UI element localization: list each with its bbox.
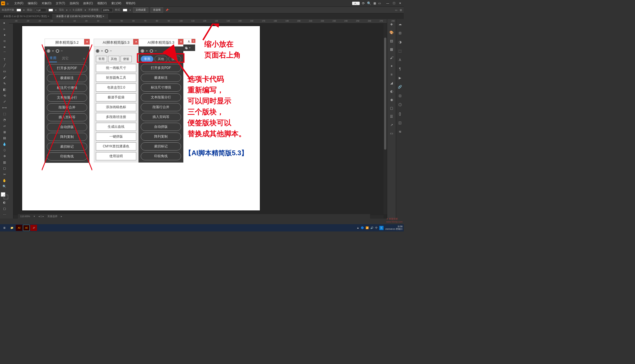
stroke-swatch[interactable] [49, 9, 53, 11]
magic-wand-tool[interactable]: ✦ [1, 32, 8, 38]
curvature-tool[interactable]: ⌒ [1, 50, 8, 56]
btn-unify-artboard[interactable]: 统一画板尺寸 [96, 64, 136, 72]
stroke-color[interactable] [4, 195, 8, 199]
eyedropper-tool[interactable]: 💧 [1, 142, 8, 147]
btn-dimension[interactable]: 标注尺寸增强 [47, 84, 87, 92]
btn-round-rect[interactable]: 矩形圆角工具 [96, 74, 136, 82]
asset-export-icon[interactable]: ↗ [389, 122, 394, 128]
edit-toolbar[interactable]: ⋯ [1, 212, 8, 217]
radio-off-icon[interactable] [56, 49, 59, 53]
expand-icon[interactable]: » [83, 57, 85, 61]
tab-notes[interactable]: 便签 [121, 56, 132, 62]
color-controls[interactable] [1, 192, 8, 200]
stroke-icon[interactable]: ≡ [389, 72, 394, 77]
tray-icon[interactable]: 🔵 [361, 226, 364, 229]
properties-icon[interactable]: ◈ [389, 21, 394, 27]
type-panel-icon[interactable]: A [397, 57, 403, 63]
layers-icon[interactable]: ☰ [389, 114, 394, 119]
artboards-icon[interactable]: ▭ [389, 131, 394, 136]
tab-common[interactable]: 常用 [96, 56, 107, 62]
btn-page-number[interactable]: 插入页码等 [47, 113, 87, 121]
btn-crop-marks[interactable]: 裁切标记 [47, 143, 87, 151]
brush-label[interactable]: 5 点圆形 [73, 8, 83, 12]
fill-swatch[interactable] [17, 9, 21, 11]
radio-on-icon[interactable] [96, 49, 99, 53]
css-icon[interactable]: {} [397, 111, 403, 117]
btn-dimension[interactable]: 标注尺寸增强 [141, 84, 181, 92]
ruler-vertical[interactable] [9, 24, 13, 219]
doc-tab-1[interactable]: 未标题-2.ai @ 50 % (CMYK/CPU 预览) × [0, 14, 53, 19]
paintbrush-tool[interactable]: 🖌 [1, 75, 8, 80]
panel-toggle-icon[interactable]: ▭ [395, 9, 398, 11]
panel-52-radios[interactable]: + − [47, 49, 87, 53]
panel-53l-close[interactable]: ✕ [133, 39, 139, 45]
search-icon[interactable]: 🔍 [367, 1, 371, 5]
color-icon[interactable]: 🎨 [389, 30, 394, 35]
btn-auto-impose[interactable]: 自动拼版 [47, 123, 87, 131]
tab-common[interactable]: 常用 [49, 55, 57, 62]
menu-select[interactable]: 选择(S) [67, 1, 81, 5]
btn-cmyk-pantone[interactable]: CMYK查找潘通色 [96, 142, 136, 150]
panel-min-close[interactable]: ✕ [191, 39, 195, 43]
transparency-icon[interactable]: ◐ [389, 89, 394, 94]
swatches-icon[interactable]: ▦ [389, 47, 394, 52]
btn-merge-lines[interactable]: 段落行合并 [47, 103, 87, 112]
screen-mode[interactable]: ▢ [1, 206, 8, 212]
libraries-icon[interactable]: ☁ [397, 21, 403, 27]
scale-tool[interactable]: ⤢ [1, 99, 8, 105]
minimized-script-panel[interactable]: A.. [352, 2, 360, 5]
sync-icon[interactable]: ⟳ [362, 1, 365, 5]
minimize-button[interactable]: — [385, 1, 390, 5]
ruler-horizontal[interactable]: -40-30-20-100102030405060708090100110120… [9, 19, 387, 24]
btn-merge-lines[interactable]: 段落行合并 [141, 103, 181, 111]
taskbar-ai-1[interactable]: Ai [16, 225, 22, 231]
opacity-input[interactable] [101, 8, 113, 12]
btn-array-copy[interactable]: 阵列复制 [47, 133, 87, 141]
graphic-styles-icon[interactable]: ▢ [389, 105, 394, 111]
tray-network-icon[interactable]: 📶 [366, 226, 369, 229]
panel-53d-close[interactable]: ✕ [178, 39, 184, 45]
radio-on-icon[interactable] [185, 47, 187, 49]
doc-tab-2[interactable]: 未标题-2 @ 110.65 % (CMYK/CPU 预览) × [53, 14, 108, 19]
btn-one-click-impose[interactable]: 一键拼版 [96, 133, 136, 141]
tab-other[interactable]: 其他 [108, 56, 119, 62]
maximize-button[interactable]: ☐ [391, 1, 396, 5]
pathfinder-icon[interactable]: ◑ [397, 39, 403, 45]
taskbar-ai-2[interactable]: Ai [23, 225, 30, 231]
panel-53l-radios[interactable]: + − [96, 49, 136, 53]
scrollbar-vertical[interactable] [384, 24, 387, 214]
draw-mode[interactable]: ◐ [1, 200, 8, 205]
shape-builder-tool[interactable]: ◔ [1, 117, 8, 123]
line-tool[interactable]: ╱ [1, 62, 8, 68]
tray-icon[interactable]: ▲ [357, 226, 359, 229]
btn-text-split[interactable]: 文本段落分行 [141, 93, 181, 101]
prefs-button[interactable]: 首选项 [151, 7, 163, 13]
btn-page-number[interactable]: 插入页码等 [141, 113, 181, 121]
menu-view[interactable]: 视图(V) [95, 1, 109, 5]
brushes-icon[interactable]: 🖌 [389, 55, 394, 61]
mesh-tool[interactable]: ⊞ [1, 129, 8, 135]
btn-bleed[interactable]: 生成出血线 [96, 123, 136, 131]
rectangle-tool[interactable]: ▭ [1, 69, 8, 74]
color-guide-icon[interactable]: ▤ [389, 38, 394, 44]
tab-other[interactable]: 其他 [154, 56, 167, 62]
btn-color-swatch[interactable]: 添加画稿色标 [96, 103, 136, 111]
transform-icon[interactable]: ⬚ [397, 48, 403, 54]
align-icon[interactable]: ⊟ [397, 30, 403, 36]
btn-crop-marks[interactable]: 裁切标记 [141, 142, 181, 150]
zoom-level[interactable]: 110.65% [20, 215, 30, 218]
btn-corner-marks[interactable]: 印前角线 [47, 152, 87, 161]
lasso-tool[interactable]: ⊂ [1, 38, 8, 44]
close-button[interactable]: ✕ [398, 1, 403, 5]
radio-on-icon[interactable] [141, 49, 144, 53]
rotate-tool[interactable]: ⟲ [1, 93, 8, 99]
symbols-icon[interactable]: ✦ [389, 63, 394, 69]
radio-off-icon[interactable] [105, 49, 108, 53]
width-tool[interactable]: ⟷ [1, 105, 8, 111]
menu-object[interactable]: 对象(O) [40, 1, 54, 5]
menu-edit[interactable]: 编辑(E) [26, 1, 39, 5]
navigator-icon[interactable]: ⊡ [397, 93, 403, 99]
home-icon[interactable]: ⌂ [7, 2, 9, 5]
menu-window[interactable]: 窗口(W) [109, 1, 124, 5]
direct-selection-tool[interactable]: ▹ [1, 26, 8, 32]
